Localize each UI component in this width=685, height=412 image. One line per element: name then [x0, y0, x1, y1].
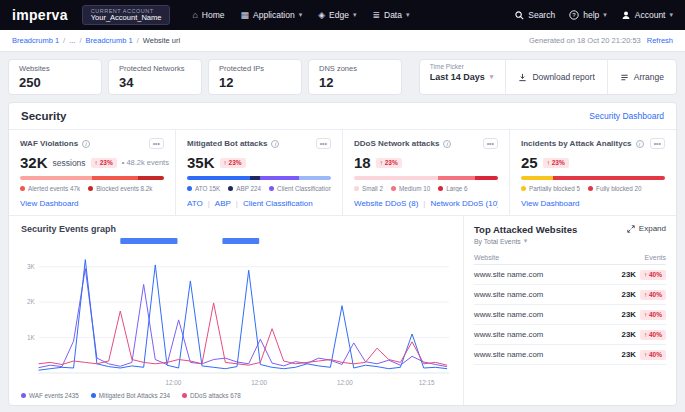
chevron-down-icon: ▾: [353, 11, 357, 19]
trend-badge: ↑ 23%: [543, 158, 569, 168]
table-row[interactable]: www.site name.com 23K↑ 40%: [474, 305, 666, 325]
table-row[interactable]: www.site name.com 23K↑ 40%: [474, 285, 666, 305]
top-attacked-title: Top Attacked Websites: [474, 224, 577, 235]
stat-value: 12: [319, 75, 391, 90]
metric-title: DDoS Network attacks: [354, 139, 439, 148]
info-icon[interactable]: i: [82, 140, 90, 148]
security-bottom-row: Security Events graph 1K2K3K12:0012:0012…: [9, 216, 676, 405]
info-icon[interactable]: i: [443, 140, 451, 148]
svg-text:12:00: 12:00: [165, 379, 181, 386]
legend-label: ABP 224: [236, 185, 261, 192]
breadcrumb-separator: /: [63, 36, 65, 45]
legend-label: Fully blocked 20: [596, 185, 642, 192]
time-picker-label: Time Picker: [430, 63, 494, 70]
metric-value: 25: [521, 154, 538, 171]
chart-legend: WAF events 2435 Mitigated Bot Attacks 23…: [21, 392, 451, 399]
nav-item-data[interactable]: ≣ Data ▾: [372, 10, 409, 20]
legend-label: DDoS attacks 678: [190, 392, 241, 399]
edge-icon: ◈: [318, 10, 325, 20]
legend-label: Partially blocked 5: [529, 185, 580, 192]
chevron-down-icon: ▾: [669, 11, 673, 19]
nav-item-application[interactable]: ▦ Application ▾: [241, 10, 303, 20]
breadcrumb-link-2[interactable]: Breadcrumb 1: [86, 36, 133, 45]
table-row[interactable]: www.site name.com 23K↑ 40%: [474, 265, 666, 285]
legend-item: Mitigated Bot Attacks 234: [91, 392, 170, 399]
current-account-name: Your_Account_Name: [91, 14, 162, 22]
legend-dot: [269, 186, 274, 191]
abp-link[interactable]: ABP: [203, 199, 231, 208]
expand-label: Expand: [639, 224, 666, 233]
trend-value: 23%: [100, 159, 113, 166]
nav-item-label: Application: [253, 10, 295, 20]
more-options-icon[interactable]: •••: [650, 138, 665, 149]
view-dashboard-link[interactable]: View Dashboard: [521, 199, 580, 208]
metric-distribution-bar: [354, 176, 498, 180]
website-ddos-link[interactable]: Website DDoS (8): [354, 199, 418, 208]
chevron-down-icon: ▾: [603, 11, 607, 19]
trend-value: 40%: [649, 331, 662, 338]
breadcrumb-current: Website url: [143, 36, 180, 45]
client-classification-link[interactable]: Client Classification: [231, 199, 313, 208]
legend-dot: [588, 186, 593, 191]
metric-ddos-network-attacks: DDoS Network attacks i ••• 18 ↑ 23% Smal…: [343, 130, 510, 215]
primary-nav: ⌂ Home ▦ Application ▾ ◈ Edge ▾ ≣ Data ▾: [192, 10, 409, 20]
nav-item-home[interactable]: ⌂ Home: [192, 10, 224, 20]
breadcrumb-link-1[interactable]: Breadcrumb 1: [12, 36, 59, 45]
legend-item: DDoS attacks 678: [182, 392, 241, 399]
security-events-graph-panel: Security Events graph 1K2K3K12:0012:0012…: [9, 216, 464, 405]
account-menu-label: Account: [635, 10, 666, 20]
metrics-row: WAF Violations i ••• 32K sessions ↑ 23% …: [9, 130, 676, 216]
account-menu[interactable]: Account ▾: [621, 10, 673, 20]
column-header-website: Website: [474, 251, 591, 265]
security-events-chart[interactable]: 1K2K3K12:0012:0012:0012:15: [21, 237, 451, 389]
trend-badge: ↑ 40%: [640, 290, 666, 300]
search-button[interactable]: Search: [515, 10, 555, 20]
nav-item-label: Home: [202, 10, 225, 20]
security-card: Security Security Dashboard WAF Violatio…: [8, 102, 677, 406]
nav-item-edge[interactable]: ◈ Edge ▾: [318, 10, 356, 20]
trend-value: 40%: [649, 271, 662, 278]
events-value: 23K: [622, 330, 636, 339]
current-account-selector[interactable]: CURRENT ACCOUNT Your_Account_Name: [82, 5, 171, 25]
stat-label: Websites: [19, 64, 91, 73]
stat-value: 12: [219, 75, 291, 90]
expand-button[interactable]: Expand: [627, 224, 666, 233]
info-icon[interactable]: i: [636, 140, 644, 148]
sort-filter-dropdown[interactable]: By Total Events ▾: [474, 237, 666, 245]
help-menu[interactable]: ? help ▾: [569, 10, 607, 20]
breadcrumb-separator: /: [137, 36, 139, 45]
table-row[interactable]: www.site name.com 23K↑ 40%: [474, 345, 666, 365]
time-picker[interactable]: Time Picker Last 14 Days ▾: [420, 60, 507, 94]
legend-label: Mitigated Bot Attacks 234: [99, 392, 170, 399]
more-options-icon[interactable]: •••: [483, 138, 498, 149]
download-report-label: Download report: [532, 72, 594, 82]
legend-dot: [88, 186, 93, 191]
refresh-link[interactable]: Refresh: [647, 36, 673, 45]
legend-dot: [228, 186, 233, 191]
network-ddos-link[interactable]: Network DDoS (10): [418, 199, 498, 208]
stat-card-dns-zones: DNS zones 12: [308, 59, 402, 95]
top-attacked-websites-panel: Top Attacked Websites Expand By Total Ev…: [464, 216, 676, 405]
metric-title: Mitigated Bot attacks: [187, 139, 267, 148]
download-report-button[interactable]: Download report: [506, 60, 606, 94]
more-options-icon[interactable]: •••: [149, 138, 164, 149]
arrange-button[interactable]: Arrange: [607, 60, 676, 94]
nav-item-label: Edge: [329, 10, 349, 20]
ato-link[interactable]: ATO: [187, 199, 203, 208]
stat-label: Protected IPs: [219, 64, 291, 73]
info-icon[interactable]: i: [271, 140, 279, 148]
metric-extra: • 48.2k events: [122, 158, 169, 167]
legend-label: Medium 10: [399, 185, 430, 192]
nav-item-label: Data: [384, 10, 402, 20]
metric-suffix: sessions: [53, 158, 86, 168]
metric-mitigated-bot-attacks: Mitigated Bot attacks i ••• 35K ↑ 23% AT…: [176, 130, 343, 215]
more-options-icon[interactable]: •••: [316, 138, 331, 149]
generated-timestamp: Generated on 18 Oct 20 21:20:53: [529, 36, 641, 45]
breadcrumb-ellipsis[interactable]: ...: [69, 36, 75, 45]
table-row[interactable]: www.site name.com 23K↑ 40%: [474, 325, 666, 345]
security-dashboard-link[interactable]: Security Dashboard: [589, 111, 664, 121]
view-dashboard-link[interactable]: View Dashboard: [20, 199, 79, 208]
svg-text:12:00: 12:00: [251, 379, 267, 386]
legend-dot: [21, 393, 26, 398]
events-value: 23K: [622, 310, 636, 319]
